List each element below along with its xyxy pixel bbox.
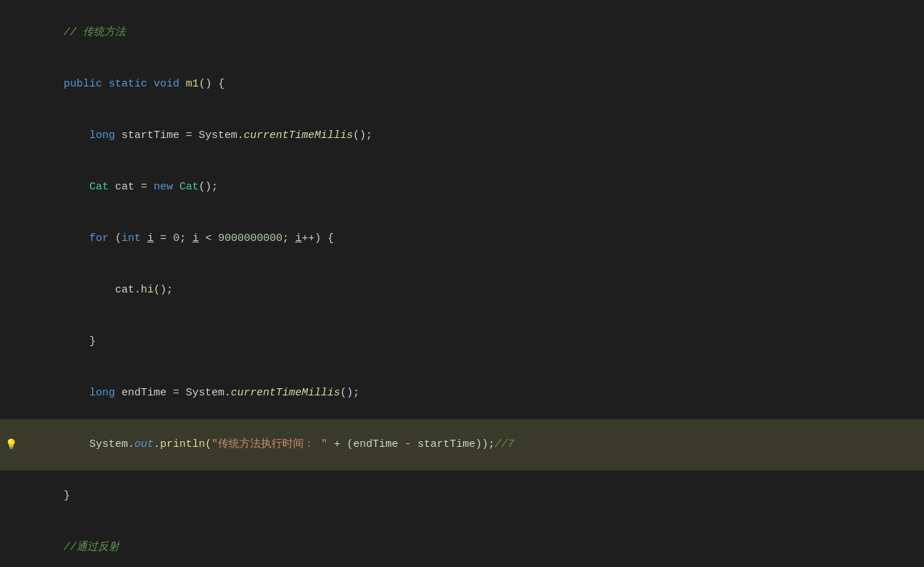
gutter-9-bulb: 💡 <box>0 437 21 453</box>
var-i1c: i <box>295 232 302 245</box>
line-content-4: Cat cat = new Cat(); <box>21 162 910 213</box>
line-content-5: for (int i = 0; i < 9000000000; i++) { <box>21 213 910 265</box>
code-line-9: 💡 System.out.println("传统方法执行时间： " + (end… <box>0 419 924 470</box>
line-content-2: public static void m1() { <box>21 59 910 110</box>
kw-public: public <box>64 78 102 90</box>
line-content-11: //通过反射 <box>21 522 910 567</box>
num-0-1: 0 <box>173 232 179 245</box>
code-line-5: for (int i = 0; i < 9000000000; i++) { <box>0 213 924 265</box>
code-line-7: } <box>0 316 924 368</box>
code-line-4: Cat cat = new Cat(); <box>0 162 924 213</box>
line-content-1: // 传统方法 <box>21 7 910 59</box>
code-line-1: // 传统方法 <box>0 7 924 59</box>
code-line-8: long endTime = System.currentTimeMillis(… <box>0 368 924 419</box>
comment-traditional: // 传统方法 <box>64 26 126 39</box>
var-i1: i <box>147 232 154 245</box>
kw-static: static <box>109 78 147 90</box>
line-content-7: } <box>21 316 910 368</box>
type-cat2: Cat <box>179 181 199 193</box>
kw-for1: for <box>89 232 109 245</box>
line-content-6: cat.hi(); <box>21 265 910 316</box>
fn-m1: m1 <box>186 78 199 90</box>
code-editor: // 传统方法 public static void m1() { long s… <box>0 0 924 567</box>
code-line-6: cat.hi(); <box>0 265 924 316</box>
var-i1b: i <box>192 232 199 245</box>
fn-hi1: hi <box>141 284 154 296</box>
line-content-10: } <box>21 470 910 522</box>
line-content-3: long startTime = System.currentTimeMilli… <box>21 110 910 162</box>
comment-reflection: //通过反射 <box>64 541 119 553</box>
field-out1: out <box>134 438 154 450</box>
kw-void: void <box>154 78 179 90</box>
code-line-3: long startTime = System.currentTimeMilli… <box>0 110 924 162</box>
code-line-11: //通过反射 <box>0 522 924 567</box>
code-line-10: } <box>0 470 924 522</box>
method-ctm1: currentTimeMillis <box>244 129 353 142</box>
kw-long2: long <box>89 387 115 399</box>
fn-println1: println <box>160 438 205 450</box>
code-line-2: public static void m1() { <box>0 59 924 110</box>
num-900m-1: 9000000000 <box>218 232 282 245</box>
kw-new1: new <box>154 181 173 193</box>
type-cat1: Cat <box>89 181 109 193</box>
str-trad: "传统方法执行时间： <box>212 438 314 450</box>
str-trad2: " <box>321 438 327 450</box>
kw-long1: long <box>89 129 115 142</box>
line-content-8: long endTime = System.currentTimeMillis(… <box>21 368 910 419</box>
line-content-9: System.out.println("传统方法执行时间： " + (endTi… <box>21 419 910 470</box>
method-ctm2: currentTimeMillis <box>231 387 340 399</box>
comment-7: //7 <box>495 438 514 450</box>
kw-int1: int <box>121 232 141 245</box>
